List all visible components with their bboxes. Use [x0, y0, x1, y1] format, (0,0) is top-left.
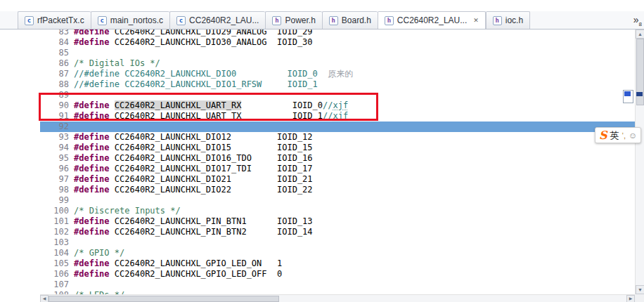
sogou-ime-bar[interactable]: S 英 ’, ☺ — [595, 127, 641, 143]
overview-ruler-marker[interactable] — [636, 92, 643, 96]
code-line-93[interactable]: 93#define CC2640R2_LAUNCHXL_DIO12 IOID_1… — [40, 132, 635, 143]
code-text: #define CC2640R2_LAUNCHXL_DIO16_TDO IOID… — [74, 153, 313, 164]
c-file-icon: c — [176, 16, 186, 25]
code-line-105[interactable]: 105#define CC2640R2_LAUNCHXL_GPIO_LED_ON… — [40, 258, 635, 269]
line-number: 99 — [40, 195, 74, 206]
code-line-86[interactable]: 86/* Digital IOs */ — [40, 58, 635, 69]
code-segment: xjf — [333, 111, 348, 121]
code-line-102[interactable]: 102#define CC2640R2_LAUNCHXL_PIN_BTN2 IO… — [40, 227, 635, 237]
code-text: #define CC2640R2_LAUNCHXL_DIO29_ANALOG I… — [74, 29, 313, 37]
editor-tab-main-nortos-c[interactable]: cmain_nortos.c — [91, 11, 169, 29]
c-file-icon: c — [98, 16, 107, 25]
code-line-97[interactable]: 97#define CC2640R2_LAUNCHXL_DIO21 IOID_2… — [40, 174, 635, 185]
code-segment: CC2640R2_LAUNCHXL_DIO21 IOID_21 — [115, 174, 313, 184]
editor-tab-rfpackettx-c[interactable]: crfPacketTx.c — [18, 11, 91, 29]
code-line-87[interactable]: 87//#define CC2640R2_LAUNCHXL_DIO0 IOID_… — [40, 69, 635, 79]
editor-tab-ioc-h[interactable]: hioc.h — [486, 11, 530, 29]
code-line-85[interactable]: 85 — [40, 48, 635, 58]
tab-label: Power.h — [285, 15, 315, 25]
code-line-95[interactable]: 95#define CC2640R2_LAUNCHXL_DIO16_TDO IO… — [40, 153, 635, 164]
code-line-96[interactable]: 96#define CC2640R2_LAUNCHXL_DIO17_TDI IO… — [40, 164, 635, 174]
line-number: 98 — [40, 185, 74, 195]
code-segment: 原来的 — [318, 69, 353, 79]
line-number: 94 — [40, 143, 74, 153]
occurrence-annotation-box — [623, 90, 633, 103]
code-line-100[interactable]: 100/* Discrete Inputs */ — [40, 206, 635, 216]
code-line-104[interactable]: 104/* GPIO */ — [40, 248, 635, 258]
code-line-90[interactable]: 90#define CC2640R2_LAUNCHXL_UART_RX IOID… — [40, 100, 635, 111]
code-line-98[interactable]: 98#define CC2640R2_LAUNCHXL_DIO22 IOID_2… — [40, 185, 635, 195]
line-number: 96 — [40, 164, 74, 174]
tab-label: main_nortos.c — [110, 15, 163, 25]
code-segment: #define — [74, 153, 115, 163]
line-number: 103 — [40, 237, 74, 248]
code-line-106[interactable]: 106#define CC2640R2_LAUNCHXL_GPIO_LED_OF… — [40, 269, 635, 280]
code-segment: #define — [74, 132, 115, 142]
code-text: #define CC2640R2_LAUNCHXL_DIO22 IOID_22 — [74, 185, 313, 195]
scroll-right-arrow-icon[interactable]: ▶ — [626, 295, 635, 302]
code-segment: #define — [74, 37, 115, 47]
h-file-icon: h — [329, 16, 338, 25]
h-file-icon: h — [493, 16, 502, 25]
vertical-scrollbar[interactable]: ▲ ▼ — [635, 29, 644, 294]
ime-language-mode[interactable]: 英 — [610, 129, 619, 142]
code-line-92[interactable]: 92 — [40, 122, 635, 132]
code-line-84[interactable]: 84#define CC2640R2_LAUNCHXL_DIO30_ANALOG… — [40, 37, 635, 48]
editor-tab-cc2640r2-lau[interactable]: hCC2640R2_LAU...✕ — [378, 11, 486, 29]
code-line-99[interactable]: 99 — [40, 195, 635, 206]
editor-tab-board-h[interactable]: hBoard.h — [322, 11, 378, 29]
line-number: 84 — [40, 37, 74, 48]
code-text: #define CC2640R2_LAUNCHXL_DIO17_TDI IOID… — [74, 164, 313, 174]
code-segment: //#define CC2640R2_LAUNCHXL_DIO0 IOID_0 — [74, 69, 318, 79]
code-segment: CC2640R2_LAUNCHXL_GPIO_LED_ON 1 — [115, 258, 282, 268]
ime-emoji-icon[interactable]: ☺ — [629, 131, 637, 140]
code-editor[interactable]: 83#define CC2640R2_LAUNCHXL_DIO29_ANALOG… — [40, 29, 635, 294]
horizontal-scrollbar[interactable]: ◀ ▶ — [40, 294, 635, 302]
sogou-logo-icon[interactable]: S — [599, 129, 607, 142]
scroll-left-arrow-icon[interactable]: ◀ — [40, 295, 49, 302]
code-line-89[interactable]: 89 — [40, 90, 635, 100]
code-segment: xjf — [333, 100, 348, 110]
code-text: #define CC2640R2_LAUNCHXL_DIO30_ANALOG I… — [74, 37, 313, 48]
code-text: #define CC2640R2_LAUNCHXL_DIO21 IOID_21 — [74, 174, 313, 185]
line-number: 90 — [40, 100, 74, 111]
editor-tab-bar: crfPacketTx.ccmain_nortos.ccCC2640R2_LAU… — [0, 11, 644, 29]
code-text: #define CC2640R2_LAUNCHXL_DIO15 IOID_15 — [74, 143, 313, 153]
tab-label: Board.h — [342, 15, 371, 25]
tab-overflow-chevron-icon[interactable]: »8 — [633, 13, 642, 32]
line-number: 107 — [40, 280, 74, 290]
code-line-101[interactable]: 101#define CC2640R2_LAUNCHXL_PIN_BTN1 IO… — [40, 216, 635, 227]
code-segment: #define — [74, 29, 115, 37]
code-text: /* Discrete Inputs */ — [74, 206, 181, 216]
tab-label: CC2640R2_LAU... — [397, 15, 467, 25]
code-line-83[interactable]: 83#define CC2640R2_LAUNCHXL_DIO29_ANALOG… — [40, 29, 635, 37]
scroll-up-arrow-icon[interactable]: ▲ — [636, 29, 644, 39]
code-segment: #define — [74, 174, 115, 184]
line-number: 106 — [40, 269, 74, 280]
line-number: 97 — [40, 174, 74, 185]
editor-tab-cc2640r2-lau[interactable]: cCC2640R2_LAU... — [169, 11, 265, 29]
h-file-icon: h — [385, 16, 394, 25]
code-text: /* Digital IOs */ — [74, 58, 160, 69]
code-segment: CC2640R2_LAUNCHXL_DIO30_ANALOG IOID_30 — [115, 37, 313, 47]
code-segment: CC2640R2_LAUNCHXL_UART_RX — [115, 100, 242, 110]
scrollbar-corner — [635, 294, 644, 302]
line-number: 92 — [40, 122, 74, 132]
code-segment: /* Digital IOs */ — [74, 58, 160, 68]
code-line-94[interactable]: 94#define CC2640R2_LAUNCHXL_DIO15 IOID_1… — [40, 143, 635, 153]
tab-close-icon[interactable]: ✕ — [473, 17, 479, 24]
code-line-91[interactable]: 91#define CC2640R2_LAUNCHXL_UART_TX IOID… — [40, 111, 635, 122]
editor-tab-power-h[interactable]: hPower.h — [265, 11, 321, 29]
tab-label: ioc.h — [505, 15, 523, 25]
code-line-88[interactable]: 88//#define CC2640R2_LAUNCHXL_DIO1_RFSW … — [40, 79, 635, 90]
ime-punctuation-icon[interactable]: ’, — [622, 131, 626, 140]
code-line-103[interactable]: 103 — [40, 237, 635, 248]
code-segment: #define — [74, 269, 115, 279]
code-line-107[interactable]: 107 — [40, 280, 635, 290]
code-segment: /* Discrete Inputs */ — [74, 206, 181, 216]
code-text: #define CC2640R2_LAUNCHXL_GPIO_LED_ON 1 — [74, 258, 282, 269]
scroll-down-arrow-icon[interactable]: ▼ — [636, 285, 644, 294]
line-number: 88 — [40, 79, 74, 90]
horizontal-scrollbar-thumb[interactable] — [49, 296, 279, 302]
code-text: #define CC2640R2_LAUNCHXL_GPIO_LED_OFF 0 — [74, 269, 282, 280]
